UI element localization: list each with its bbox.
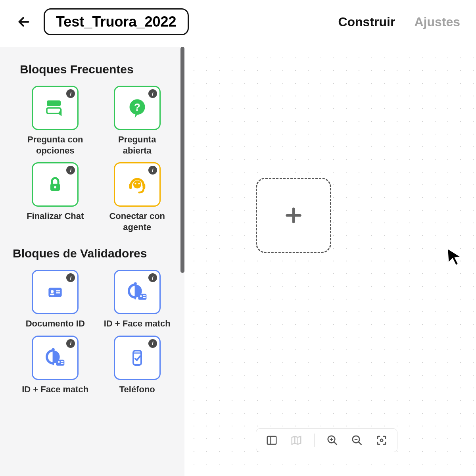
block-end-chat[interactable]: Finalizar Chat — [20, 162, 91, 232]
svg-point-7 — [133, 180, 141, 188]
block-label: Conectar con agente — [104, 211, 171, 232]
block-label: Pregunta abierta — [104, 134, 171, 156]
header: Test_Truora_2022 Construir Ajustes — [0, 0, 476, 44]
tab-build[interactable]: Construir — [338, 15, 395, 29]
add-block-dropzone[interactable] — [256, 178, 331, 253]
svg-rect-21 — [143, 295, 146, 296]
question-icon: ? — [127, 98, 148, 118]
svg-point-13 — [51, 290, 54, 293]
block-phone[interactable]: Teléfono — [102, 336, 173, 395]
panel-icon — [266, 434, 278, 446]
block-label: Documento ID — [26, 318, 85, 329]
info-icon[interactable] — [66, 273, 75, 282]
svg-line-39 — [334, 442, 337, 445]
phone-check-icon — [128, 348, 147, 367]
block-question-options[interactable]: Pregunta con opciones — [20, 86, 91, 156]
block-id-face-match[interactable]: ID + Face match — [102, 270, 173, 329]
header-tabs: Construir Ajustes — [338, 15, 460, 29]
toolbar-separator — [314, 434, 315, 447]
flow-canvas[interactable] — [184, 47, 476, 476]
svg-rect-25 — [56, 359, 65, 365]
svg-point-45 — [380, 439, 383, 441]
svg-text:?: ? — [134, 101, 140, 113]
svg-rect-27 — [61, 361, 63, 362]
block-connect-agent[interactable]: Conectar con agente — [102, 162, 173, 232]
block-label: ID + Face match — [22, 384, 88, 395]
svg-rect-22 — [143, 297, 146, 298]
zoom-in-icon — [326, 434, 338, 446]
svg-point-24 — [52, 348, 55, 351]
svg-rect-16 — [56, 292, 60, 294]
minimap-button[interactable] — [290, 434, 303, 447]
svg-rect-1 — [47, 100, 61, 106]
toggle-sidebar-button[interactable] — [265, 434, 278, 447]
info-icon[interactable] — [148, 273, 157, 282]
back-button[interactable] — [16, 14, 32, 30]
blocks-sidebar: Bloques Frecuentes Pregunta con opciones — [0, 47, 184, 476]
svg-rect-10 — [129, 184, 132, 189]
svg-point-20 — [140, 295, 142, 297]
svg-point-18 — [134, 282, 137, 285]
svg-rect-12 — [49, 288, 62, 297]
map-icon — [290, 434, 302, 446]
canvas-toolbar — [256, 428, 397, 452]
svg-marker-35 — [292, 436, 301, 444]
tab-settings[interactable]: Ajustes — [414, 15, 460, 29]
block-document-id[interactable]: Documento ID — [20, 270, 91, 329]
svg-line-43 — [359, 442, 362, 445]
svg-point-8 — [134, 183, 136, 184]
focus-icon — [376, 434, 388, 446]
sidebar-scrollbar[interactable] — [180, 47, 184, 273]
section-title-frequent: Bloques Frecuentes — [20, 63, 173, 76]
svg-point-9 — [138, 183, 140, 184]
agent-icon — [127, 174, 148, 195]
id-card-icon — [45, 282, 65, 302]
svg-point-26 — [58, 361, 60, 363]
svg-rect-19 — [138, 294, 146, 300]
face-id-icon — [44, 347, 66, 369]
svg-point-6 — [54, 186, 56, 188]
zoom-out-icon — [351, 434, 363, 446]
arrow-left-icon — [17, 15, 31, 29]
block-id-face-match-2[interactable]: ID + Face match — [20, 336, 91, 395]
flow-title-input[interactable]: Test_Truora_2022 — [44, 8, 189, 35]
info-icon[interactable] — [148, 339, 157, 348]
info-icon[interactable] — [66, 166, 75, 175]
svg-rect-11 — [142, 184, 145, 189]
zoom-in-button[interactable] — [326, 434, 339, 447]
cursor-icon — [444, 245, 464, 267]
plus-icon — [284, 205, 303, 225]
svg-rect-14 — [50, 294, 54, 295]
svg-rect-33 — [267, 436, 276, 444]
fit-view-button[interactable] — [375, 434, 388, 447]
zoom-out-button[interactable] — [350, 434, 364, 447]
block-label: Pregunta con opciones — [21, 134, 89, 156]
face-id-icon — [126, 281, 148, 303]
section-title-validators: Bloques de Validadores — [13, 247, 173, 260]
lock-icon — [46, 175, 65, 194]
info-icon[interactable] — [148, 166, 157, 175]
svg-rect-15 — [56, 290, 60, 292]
block-question-open[interactable]: ? Pregunta abierta — [102, 86, 173, 156]
info-icon[interactable] — [66, 89, 75, 98]
svg-rect-28 — [61, 363, 63, 363]
form-select-icon — [44, 97, 66, 119]
block-label: Teléfono — [119, 384, 155, 395]
block-label: ID + Face match — [104, 318, 171, 329]
info-icon[interactable] — [148, 89, 157, 98]
info-icon[interactable] — [66, 339, 75, 348]
block-label: Finalizar Chat — [27, 211, 84, 222]
